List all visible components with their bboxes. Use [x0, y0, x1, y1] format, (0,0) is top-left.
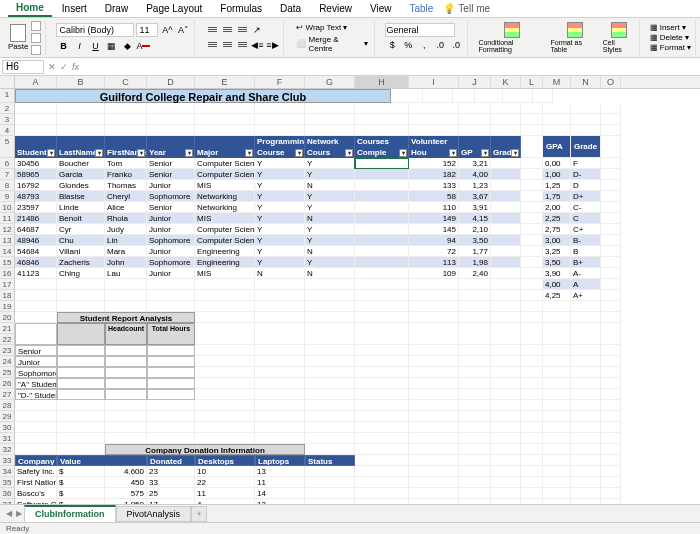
student-cell[interactable]: Y [255, 191, 305, 202]
student-cell[interactable]: Y [255, 169, 305, 180]
cut-icon[interactable] [31, 21, 41, 31]
row-header-30[interactable]: 30 [0, 422, 15, 433]
tell-me[interactable]: 💡 Tell me [443, 3, 490, 14]
student-header[interactable]: Network Cours▾ [305, 136, 355, 158]
tab-data[interactable]: Data [272, 1, 309, 16]
col-header-K[interactable]: K [491, 76, 521, 88]
align-bottom-button[interactable] [235, 23, 249, 35]
row-header-11[interactable]: 11 [0, 213, 15, 224]
row-header-36[interactable]: 36 [0, 488, 15, 499]
student-cell[interactable] [491, 224, 521, 235]
row-header-12[interactable]: 12 [0, 224, 15, 235]
student-cell[interactable]: Zacheris [57, 257, 105, 268]
student-cell[interactable]: Junior [147, 246, 195, 257]
col-header-J[interactable]: J [459, 76, 491, 88]
gpa-cell[interactable]: 3,50 [543, 257, 571, 268]
student-header[interactable]: LastName▾ [57, 136, 105, 158]
increase-decimal-button[interactable]: .0 [433, 38, 447, 52]
analysis-row-label[interactable]: "A" Students [15, 378, 57, 389]
student-cell[interactable] [491, 246, 521, 257]
cells-area[interactable]: Guilford College Repair and Share ClubSt… [15, 89, 700, 506]
student-cell[interactable] [355, 213, 409, 224]
student-cell[interactable]: 133 [409, 180, 459, 191]
row-header-5[interactable]: 5 [0, 136, 15, 158]
student-cell[interactable]: 145 [409, 224, 459, 235]
align-top-button[interactable] [205, 23, 219, 35]
donation-header[interactable]: Desktops [195, 455, 255, 466]
col-header-C[interactable]: C [105, 76, 147, 88]
student-header[interactable]: Volunteer Hou▾ [409, 136, 459, 158]
grade-cell[interactable]: A+ [571, 290, 601, 301]
row-header-15[interactable]: 15 [0, 257, 15, 268]
row-header-17[interactable]: 17 [0, 279, 15, 290]
increase-indent-button[interactable]: ≡▶ [265, 38, 279, 52]
col-header-E[interactable]: E [195, 76, 255, 88]
student-cell[interactable]: 94 [409, 235, 459, 246]
student-cell[interactable]: 16792 [15, 180, 57, 191]
select-all-corner[interactable] [0, 76, 15, 88]
grade-cell[interactable]: C- [571, 202, 601, 213]
col-header-H[interactable]: H [355, 76, 409, 88]
donation-company[interactable]: Bosco's [15, 488, 57, 499]
gpa-cell[interactable]: 3,90 [543, 268, 571, 279]
row-header-34[interactable]: 34 [0, 466, 15, 477]
student-cell[interactable]: 1,23 [459, 180, 491, 191]
student-cell[interactable]: 4,00 [459, 169, 491, 180]
student-cell[interactable]: Y [255, 246, 305, 257]
delete-cells-button[interactable]: ▦Delete▾ [650, 33, 691, 42]
donation-header[interactable]: Value [57, 455, 147, 466]
font-name-select[interactable] [56, 23, 134, 37]
grade-cell[interactable]: A- [571, 268, 601, 279]
decrease-font-icon[interactable]: A˅ [176, 23, 190, 37]
filter-dropdown-icon[interactable]: ▾ [185, 149, 193, 157]
student-cell[interactable]: Y [255, 202, 305, 213]
student-cell[interactable]: Chu [57, 235, 105, 246]
donation-company[interactable]: First National [15, 477, 57, 488]
row-header-1[interactable]: 1 [0, 89, 15, 103]
cancel-icon[interactable]: ✕ [48, 62, 56, 72]
student-cell[interactable]: Benoit [57, 213, 105, 224]
gpa-cell[interactable]: 2,25 [543, 213, 571, 224]
gpa-cell[interactable]: 1,25 [543, 180, 571, 191]
student-cell[interactable] [355, 202, 409, 213]
student-cell[interactable]: N [305, 246, 355, 257]
student-cell[interactable]: Y [255, 235, 305, 246]
student-cell[interactable]: 64687 [15, 224, 57, 235]
filter-dropdown-icon[interactable]: ▾ [245, 149, 253, 157]
student-cell[interactable]: Y [305, 257, 355, 268]
filter-dropdown-icon[interactable]: ▾ [399, 149, 407, 157]
number-format-select[interactable] [385, 23, 455, 37]
student-cell[interactable]: 3,91 [459, 202, 491, 213]
grade-cell[interactable]: D [571, 180, 601, 191]
student-cell[interactable] [491, 213, 521, 224]
student-cell[interactable]: 113 [409, 257, 459, 268]
student-cell[interactable]: Rhola [105, 213, 147, 224]
student-cell[interactable]: Boucher [57, 158, 105, 169]
grade-cell[interactable]: B+ [571, 257, 601, 268]
analysis-header[interactable]: Total Hours [147, 323, 195, 345]
tab-insert[interactable]: Insert [54, 1, 95, 16]
student-cell[interactable]: 3,21 [459, 158, 491, 169]
row-header-8[interactable]: 8 [0, 180, 15, 191]
student-cell[interactable]: Junior [147, 224, 195, 235]
col-header-F[interactable]: F [255, 76, 305, 88]
student-cell[interactable]: Ching [57, 268, 105, 279]
fx-icon[interactable]: fx [72, 62, 79, 72]
student-cell[interactable]: 3,50 [459, 235, 491, 246]
increase-font-icon[interactable]: A^ [160, 23, 174, 37]
tab-draw[interactable]: Draw [97, 1, 136, 16]
student-cell[interactable]: Y [255, 213, 305, 224]
student-cell[interactable]: 46846 [15, 257, 57, 268]
filter-dropdown-icon[interactable]: ▾ [345, 149, 353, 157]
student-cell[interactable] [491, 268, 521, 279]
name-box[interactable] [2, 60, 44, 74]
align-middle-button[interactable] [220, 23, 234, 35]
format-cells-button[interactable]: ▦Format▾ [650, 43, 691, 52]
row-header-19[interactable]: 19 [0, 301, 15, 312]
student-cell[interactable]: Villani [57, 246, 105, 257]
donation-company[interactable]: Safety Inc. [15, 466, 57, 477]
student-cell[interactable]: John [105, 257, 147, 268]
student-cell[interactable]: Computer Science [195, 224, 255, 235]
student-cell[interactable]: Tom [105, 158, 147, 169]
filter-dropdown-icon[interactable]: ▾ [47, 149, 55, 157]
